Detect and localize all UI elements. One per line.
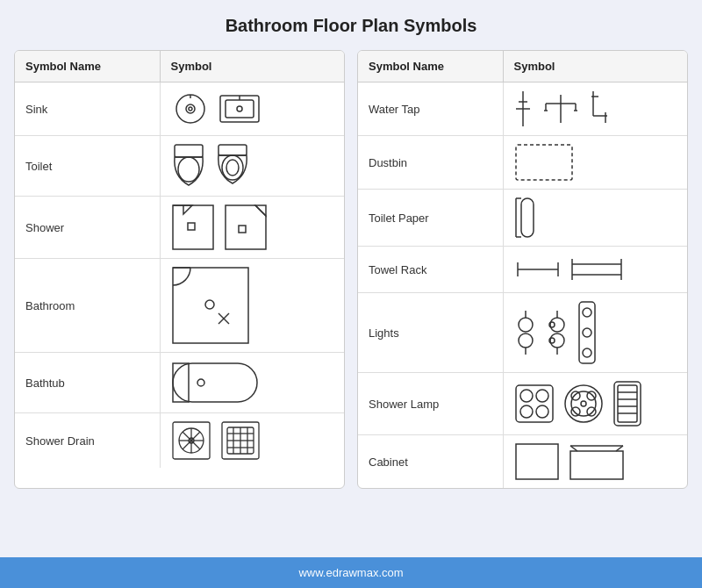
svg-point-88	[536, 390, 548, 402]
footer: www.edrawmax.com	[0, 557, 702, 588]
right-table: Symbol Name Symbol Water Tap	[357, 50, 688, 489]
svg-point-12	[226, 160, 239, 176]
showerlamp-label: Shower Lamp	[358, 373, 503, 435]
left-table: Symbol Name Symbol Sink	[14, 50, 345, 489]
svg-point-77	[550, 318, 564, 332]
svg-rect-86	[516, 385, 553, 422]
svg-point-83	[583, 308, 591, 317]
svg-point-27	[197, 379, 204, 386]
right-header-name: Symbol Name	[358, 51, 503, 82]
svg-line-33	[191, 441, 200, 449]
svg-marker-15	[183, 205, 192, 214]
svg-point-84	[583, 328, 591, 337]
lights-symbol	[503, 293, 687, 373]
towelrack-label: Towel Rack	[358, 247, 503, 293]
svg-point-74	[519, 333, 533, 348]
svg-rect-26	[173, 363, 189, 402]
table-row: Toilet	[15, 136, 344, 197]
page-title: Bathroom Floor Plan Symbols	[14, 16, 688, 36]
left-header-name: Symbol Name	[15, 51, 160, 82]
bathroom-symbol	[160, 259, 344, 353]
bathroom-label: Bathroom	[15, 259, 160, 353]
watertap-label: Water Tap	[358, 82, 503, 136]
svg-rect-99	[618, 385, 637, 422]
svg-line-37	[183, 432, 191, 441]
table-row: Bathtub	[15, 353, 344, 413]
bathtub-label: Bathtub	[15, 353, 160, 413]
svg-rect-105	[570, 451, 623, 479]
svg-point-92	[571, 391, 596, 416]
toiletpaper-symbol	[503, 190, 687, 247]
toilet-symbol	[160, 136, 344, 197]
svg-point-93	[571, 391, 580, 400]
shower-drain-label: Shower Drain	[15, 413, 160, 469]
svg-point-9	[178, 157, 199, 182]
lights-label: Lights	[358, 293, 503, 373]
svg-point-97	[581, 401, 586, 406]
svg-point-87	[520, 390, 533, 402]
cabinet-symbol	[503, 435, 687, 489]
watertap-symbol	[503, 82, 687, 136]
bathtub-symbol	[160, 353, 344, 413]
svg-rect-5	[226, 100, 254, 118]
table-row: Dustbin	[358, 136, 687, 190]
svg-rect-60	[516, 145, 572, 180]
svg-point-90	[536, 405, 548, 418]
svg-rect-19	[239, 226, 246, 233]
sink-symbol	[160, 82, 344, 136]
svg-rect-82	[579, 302, 595, 363]
svg-rect-104	[516, 444, 558, 479]
table-row: Lights	[358, 293, 687, 373]
shower-label: Shower	[15, 197, 160, 259]
left-header-symbol: Symbol	[160, 51, 344, 82]
svg-line-31	[191, 432, 200, 441]
svg-rect-25	[173, 363, 257, 402]
svg-line-35	[183, 441, 191, 449]
svg-rect-16	[188, 223, 195, 230]
dustbin-symbol	[503, 136, 687, 190]
page-wrapper: Bathroom Floor Plan Symbols Symbol Name …	[0, 0, 702, 545]
table-row: Shower Drain	[15, 413, 344, 469]
svg-point-78	[550, 333, 564, 348]
svg-rect-13	[173, 205, 213, 249]
right-header-symbol: Symbol	[503, 51, 687, 82]
svg-point-73	[519, 318, 533, 332]
svg-point-85	[583, 348, 591, 357]
svg-point-95	[571, 407, 580, 416]
svg-point-0	[176, 95, 204, 123]
svg-point-89	[520, 405, 533, 418]
shower-drain-symbol	[160, 413, 344, 469]
footer-url: www.edrawmax.com	[298, 566, 403, 579]
svg-point-6	[237, 106, 242, 111]
svg-point-2	[189, 107, 192, 111]
sink-label: Sink	[15, 82, 160, 136]
table-row: Toilet Paper	[358, 190, 687, 247]
svg-rect-10	[218, 145, 247, 155]
table-row: Towel Rack	[358, 247, 687, 293]
svg-line-107	[616, 446, 623, 451]
tables-row: Symbol Name Symbol Sink	[14, 50, 688, 489]
svg-point-96	[587, 407, 596, 416]
svg-marker-18	[255, 205, 266, 216]
svg-point-94	[587, 391, 596, 400]
svg-point-1	[186, 104, 195, 113]
table-row: Bathroom	[15, 259, 344, 353]
svg-point-22	[205, 300, 214, 309]
cabinet-label: Cabinet	[358, 435, 503, 489]
table-row: Cabinet	[358, 435, 687, 489]
table-row: Sink	[15, 82, 344, 136]
showerlamp-symbol	[503, 373, 687, 435]
table-row: Shower	[15, 197, 344, 259]
svg-point-11	[222, 155, 243, 180]
shower-symbol	[160, 197, 344, 259]
svg-rect-8	[175, 145, 203, 157]
toilet-label: Toilet	[15, 136, 160, 197]
svg-line-106	[570, 446, 577, 451]
toiletpaper-label: Toilet Paper	[358, 190, 503, 247]
dustbin-label: Dustbin	[358, 136, 503, 190]
towelrack-symbol	[503, 247, 687, 293]
svg-rect-61	[521, 198, 534, 237]
table-row: Shower Lamp	[358, 373, 687, 435]
svg-rect-20	[173, 268, 248, 343]
table-row: Water Tap	[358, 82, 687, 136]
